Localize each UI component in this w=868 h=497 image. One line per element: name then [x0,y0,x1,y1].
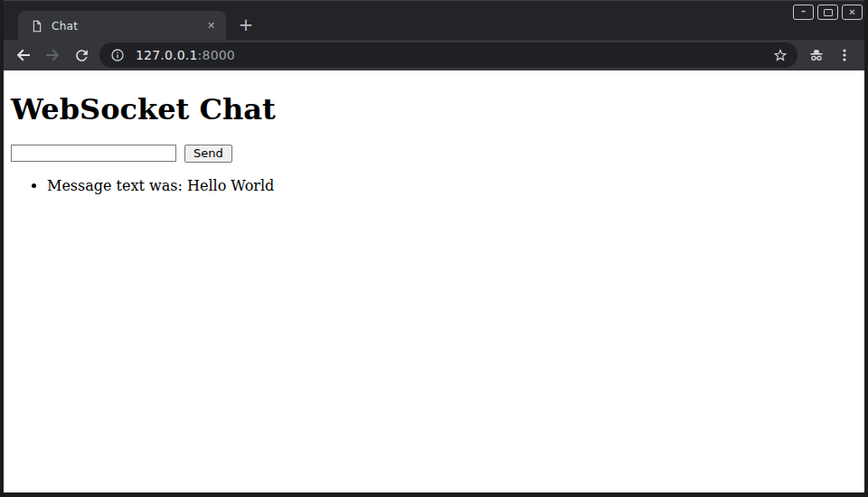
new-tab-button[interactable]: + [233,12,259,37]
minimize-icon: – [801,7,806,16]
message-list-item: Message text was: Hello World [47,177,857,194]
page-title: WebSocket Chat [11,93,857,127]
send-button[interactable]: Send [184,145,232,163]
tab-close-icon[interactable]: ✕ [203,18,219,33]
url-port: :8000 [198,48,235,62]
chat-form: Send [11,145,857,163]
minimize-button[interactable]: – [793,5,814,20]
messages-list: Message text was: Hello World [11,177,857,194]
url-host: 127.0.0.1 [136,48,198,62]
three-dot-menu-icon[interactable] [834,44,855,66]
page-content: WebSocket Chat Send Message text was: He… [4,70,864,492]
forward-button[interactable] [42,44,63,66]
close-button[interactable]: ✕ [842,5,863,20]
url-text: 127.0.0.1:8000 [136,48,235,62]
back-arrow-icon [14,46,33,64]
browser-window: Chat ✕ + – ✕ [0,0,868,497]
reload-icon [73,47,90,64]
tab-chat[interactable]: Chat ✕ [18,11,226,41]
address-bar[interactable]: 127.0.0.1:8000 [99,42,797,68]
back-button[interactable] [13,44,34,66]
tab-title: Chat [52,20,203,33]
maximize-button[interactable] [817,5,838,20]
reload-button[interactable] [71,44,92,66]
forward-arrow-icon [43,46,61,64]
window-controls: – ✕ [793,5,863,20]
document-icon [31,20,43,33]
bookmark-star-icon[interactable] [772,47,788,63]
browser-toolbar: 127.0.0.1:8000 [4,40,864,70]
maximize-icon [824,9,833,16]
tab-strip: Chat ✕ + – ✕ [4,0,864,40]
info-icon[interactable] [110,48,125,62]
incognito-icon [806,44,827,66]
close-icon: ✕ [848,8,855,17]
message-input[interactable] [11,145,176,162]
